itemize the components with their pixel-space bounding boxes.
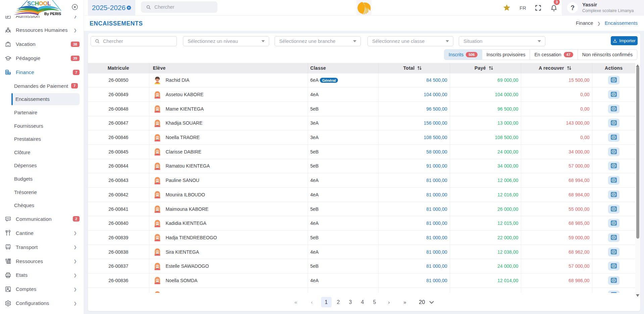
svg-text:By PERIS: By PERIS [44, 12, 61, 16]
svg-text:SCHOOL: SCHOOL [27, 0, 51, 7]
